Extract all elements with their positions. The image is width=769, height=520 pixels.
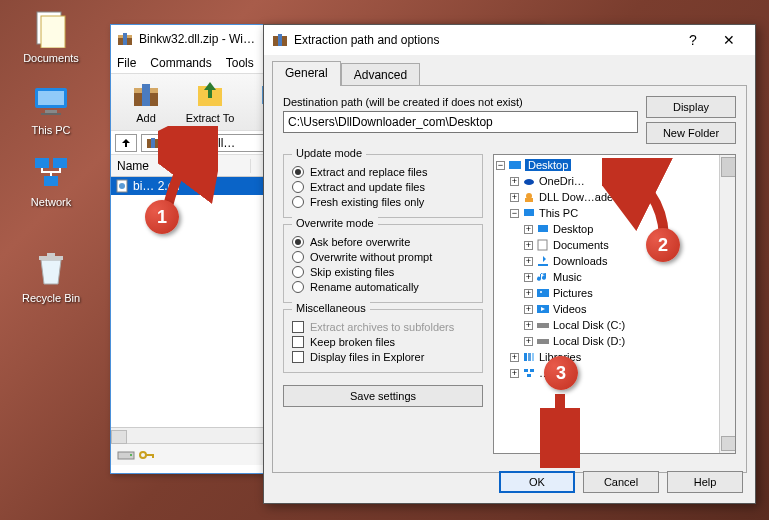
annotation-arrow-3 [540,388,580,468]
overwrite-title: Overwrite mode [292,217,378,229]
menu-file[interactable]: File [117,56,136,70]
svg-rect-38 [537,289,549,297]
help-dialog-button[interactable]: Help [667,471,743,493]
radio-extract-update[interactable]: Extract and update files [292,181,474,193]
dialog-title: Extraction path and options [294,33,439,47]
tree-pc-videos[interactable]: +Videos [496,301,733,317]
annotation-badge-2: 2 [646,228,680,262]
winrar-title: Binkw32.dll.zip - Wi… [139,32,255,46]
destination-input[interactable] [283,111,638,133]
winrar-icon [272,32,288,48]
winrar-icon [117,31,133,47]
svg-point-26 [140,452,146,458]
svg-rect-9 [39,256,63,260]
desktop-icon-documents[interactable]: Documents [14,8,88,64]
svg-point-39 [540,291,542,293]
annotation-arrow-2 [602,158,692,248]
radio-skip-existing[interactable]: Skip existing files [292,266,474,278]
display-button[interactable]: Display [646,96,736,118]
dll-file-icon [115,179,129,193]
svg-rect-44 [528,353,531,361]
extract-to-label: Extract To [182,112,238,124]
help-button[interactable]: ? [675,26,711,54]
annotation-badge-3: 3 [544,356,578,390]
tab-advanced[interactable]: Advanced [341,63,420,86]
svg-rect-16 [142,84,150,106]
menu-commands[interactable]: Commands [150,56,211,70]
extraction-dialog: Extraction path and options ? ✕ General … [263,24,756,504]
svg-rect-31 [509,161,521,169]
desktop-icon-network[interactable]: Network [14,152,88,208]
dialog-tabs: General Advanced [272,61,747,86]
tree-network[interactable]: +…work [496,365,733,381]
check-subfolders[interactable]: Extract archives to subfolders [292,321,474,333]
svg-rect-7 [53,158,67,168]
svg-rect-5 [41,113,61,115]
svg-rect-41 [537,323,549,328]
radio-ask-overwrite[interactable]: Ask before overwrite [292,236,474,248]
svg-rect-37 [538,240,547,250]
svg-rect-1 [41,16,65,48]
desktop-icon-recyclebin[interactable]: Recycle Bin [14,248,88,304]
add-button[interactable]: Add [117,77,175,127]
tree-libraries[interactable]: +Libraries [496,349,733,365]
add-label: Add [118,112,174,124]
desktop-icon-label: This PC [14,124,88,136]
desktop-icon-label: Documents [14,52,88,64]
check-display-explorer[interactable]: Display files in Explorer [292,351,474,363]
tree-pc-diskd[interactable]: +Local Disk (D:) [496,333,733,349]
svg-point-25 [130,454,132,456]
dialog-titlebar[interactable]: Extraction path and options ? ✕ [264,25,755,55]
extract-to-button[interactable]: Extract To [181,77,239,127]
svg-rect-13 [123,33,127,45]
tree-pc-diskc[interactable]: +Local Disk (C:) [496,317,733,333]
svg-point-32 [524,179,534,185]
desktop-icon-label: Network [14,196,88,208]
svg-rect-10 [47,253,55,256]
svg-rect-48 [527,374,531,377]
save-settings-button[interactable]: Save settings [283,385,483,407]
overwrite-mode-group: Overwrite mode Ask before overwrite Over… [283,224,483,303]
svg-rect-43 [524,353,527,361]
up-arrow-icon [120,138,132,148]
drive-icon [117,448,135,462]
cancel-button[interactable]: Cancel [583,471,659,493]
tree-scrollbar[interactable] [719,155,735,453]
radio-overwrite-no-prompt[interactable]: Overwrite without prompt [292,251,474,263]
svg-rect-6 [35,158,49,168]
tree-pc-pictures[interactable]: +Pictures [496,285,733,301]
update-mode-title: Update mode [292,147,366,159]
svg-rect-30 [278,34,282,46]
destination-label: Destination path (will be created if doe… [283,96,638,108]
check-keep-broken[interactable]: Keep broken files [292,336,474,348]
key-icon [139,449,155,461]
svg-rect-45 [532,353,534,361]
svg-rect-46 [524,369,528,372]
dialog-buttons: OK Cancel Help [499,471,743,493]
new-folder-button[interactable]: New Folder [646,122,736,144]
tree-pc-music[interactable]: +Music [496,269,733,285]
svg-rect-21 [151,138,155,148]
radio-extract-replace[interactable]: Extract and replace files [292,166,474,178]
svg-point-23 [119,183,125,189]
svg-rect-47 [530,369,534,372]
close-button[interactable]: ✕ [711,26,747,54]
svg-rect-28 [152,454,154,458]
svg-rect-35 [524,209,534,216]
misc-group: Miscellaneous Extract archives to subfol… [283,309,483,373]
tab-general-body: Destination path (will be created if doe… [272,85,747,473]
radio-rename-auto[interactable]: Rename automatically [292,281,474,293]
ok-button[interactable]: OK [499,471,575,493]
svg-rect-8 [44,176,58,186]
svg-rect-34 [525,198,533,202]
misc-title: Miscellaneous [292,302,370,314]
tab-general[interactable]: General [272,61,341,86]
menu-tools[interactable]: Tools [226,56,254,70]
desktop-icon-thispc[interactable]: This PC [14,80,88,136]
radio-fresh-only[interactable]: Fresh existing files only [292,196,474,208]
tree-pc-downloads[interactable]: +Downloads [496,253,733,269]
svg-rect-42 [537,339,549,344]
update-mode-group: Update mode Extract and replace files Ex… [283,154,483,218]
svg-rect-36 [538,225,548,232]
path-up-button[interactable] [115,134,137,152]
